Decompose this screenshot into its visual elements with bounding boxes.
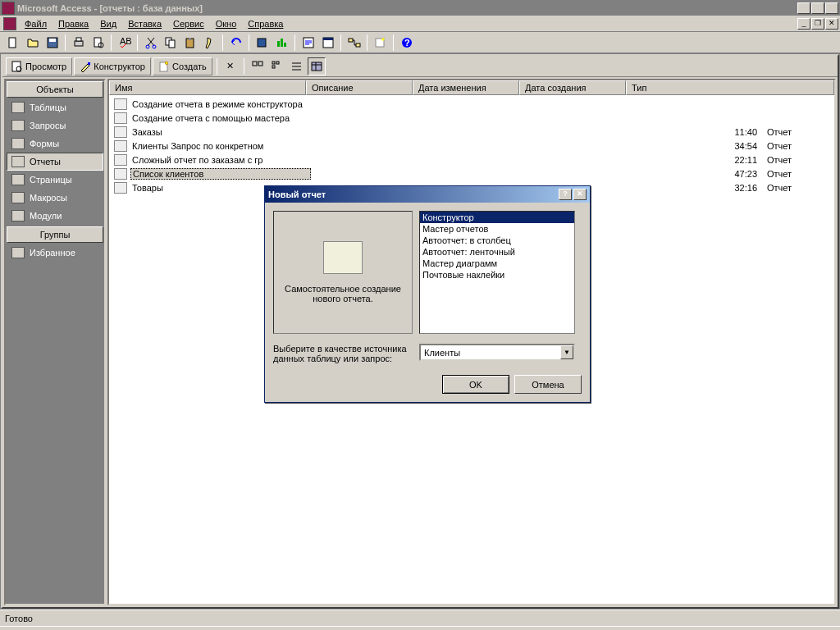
dialog-close-button[interactable]: ✕ (573, 189, 587, 200)
format-painter-button[interactable] (200, 34, 219, 52)
sidebar-tables[interactable]: Таблицы (7, 98, 103, 116)
source-prompt: Выберите в качестве источника данных таб… (273, 344, 413, 363)
menu-tools[interactable]: Сервис (168, 17, 209, 30)
form-icon (11, 138, 25, 149)
cut-button[interactable] (141, 34, 160, 52)
properties-button[interactable] (318, 34, 337, 52)
analyze-button[interactable] (272, 34, 291, 52)
list-row[interactable]: Создание отчета с помощью мастера (111, 111, 833, 125)
details-view-button[interactable] (308, 57, 326, 75)
row-time: 22:11 (698, 155, 764, 165)
mdi-minimize-button[interactable]: _ (797, 18, 810, 30)
spelling-button[interactable]: ABC (115, 34, 134, 52)
help-button[interactable]: ? (397, 34, 416, 52)
col-created[interactable]: Дата создания (519, 80, 626, 95)
col-name[interactable]: Имя (109, 80, 306, 95)
close-button[interactable]: ✕ (825, 2, 838, 14)
row-type: Отчет (767, 155, 833, 165)
mdi-icon[interactable] (3, 17, 16, 30)
new-db-button[interactable] (3, 34, 22, 52)
col-modified[interactable]: Дата изменения (413, 80, 519, 95)
status-text: Готово (5, 614, 33, 623)
groups-header[interactable]: Группы (7, 226, 103, 243)
report-type-option[interactable]: Мастер диаграмм (420, 258, 574, 269)
menu-view[interactable]: Вид (95, 17, 121, 30)
menu-file[interactable]: Файл (20, 17, 52, 30)
report-item-icon (114, 168, 127, 180)
list-view-button[interactable] (288, 57, 306, 75)
dialog-titlebar[interactable]: Новый отчет ? ✕ (265, 186, 590, 203)
col-desc[interactable]: Описание (306, 80, 413, 95)
sidebar-favorites[interactable]: Избранное (7, 244, 103, 262)
restore-button[interactable]: ❐ (811, 2, 824, 14)
undo-button[interactable] (226, 34, 245, 52)
sidebar-pages[interactable]: Страницы (7, 171, 103, 189)
col-type[interactable]: Тип (626, 80, 834, 95)
sidebar-reports[interactable]: Отчеты (7, 153, 103, 171)
svg-rect-5 (94, 38, 101, 47)
report-type-option[interactable]: Мастер отчетов (420, 223, 574, 235)
preview-text: Самостоятельное создание нового отчета. (281, 284, 405, 304)
report-type-option[interactable]: Автоотчет: в столбец (420, 235, 574, 246)
sidebar-macros[interactable]: Макросы (7, 189, 103, 207)
print-button[interactable] (69, 34, 88, 52)
list-row[interactable]: Список клиентов47:23Отчет (111, 167, 833, 180)
mdi-close-button[interactable]: ✕ (825, 18, 838, 30)
menu-edit[interactable]: Правка (53, 17, 94, 30)
code-button[interactable] (299, 34, 317, 52)
db-new-button[interactable]: Создать (153, 57, 212, 75)
report-type-list[interactable]: КонструкторМастер отчетовАвтоотчет: в ст… (419, 211, 575, 334)
officelinks-button[interactable] (253, 34, 272, 52)
combo-dropdown-button[interactable]: ▼ (560, 345, 573, 359)
list-row[interactable]: Заказы11:40Отчет (111, 125, 833, 139)
row-time: 11:40 (698, 127, 764, 137)
db-design-button[interactable]: Конструктор (74, 57, 151, 75)
svg-rect-4 (76, 38, 81, 41)
source-combo[interactable]: Клиенты ▼ (419, 344, 575, 361)
sidebar-forms[interactable]: Формы (7, 135, 103, 153)
macro-icon (11, 192, 25, 203)
svg-rect-0 (9, 38, 16, 48)
report-item-icon (114, 182, 127, 194)
report-type-option[interactable]: Автоотчет: ленточный (420, 246, 574, 258)
app-icon (2, 2, 15, 15)
mdi-restore-button[interactable]: ❐ (811, 18, 824, 30)
open-button[interactable] (23, 34, 42, 52)
dialog-preview: Самостоятельное создание нового отчета. (273, 211, 413, 334)
menu-help[interactable]: Справка (243, 17, 288, 30)
row-name: Создание отчета в режиме конструктора (130, 99, 311, 109)
new-report-dialog: Новый отчет ? ✕ Самостоятельное создание… (264, 185, 591, 403)
paste-button[interactable] (180, 34, 199, 52)
list-row[interactable]: Сложный отчет по заказам с гр22:11Отчет (111, 153, 833, 167)
sidebar-queries[interactable]: Запросы (7, 116, 103, 135)
menu-window[interactable]: Окно (211, 17, 242, 30)
row-name: Сложный отчет по заказам с гр (130, 155, 311, 165)
svg-rect-14 (258, 39, 266, 47)
dialog-title-text: Новый отчет (268, 189, 559, 199)
save-button[interactable] (43, 34, 62, 52)
large-icons-button[interactable] (249, 57, 267, 75)
delete-button[interactable]: ✕ (221, 57, 240, 75)
cancel-button[interactable]: Отмена (514, 375, 582, 394)
list-row[interactable]: Создание отчета в режиме конструктора (111, 97, 833, 111)
report-type-option[interactable]: Конструктор (420, 212, 574, 223)
report-type-option[interactable]: Почтовые наклейки (420, 269, 574, 281)
small-icons-button[interactable] (268, 57, 286, 75)
minimize-button[interactable]: _ (797, 2, 810, 14)
list-row[interactable]: Клиенты Запрос по конкретном34:54Отчет (111, 139, 833, 153)
row-type: Отчет (767, 183, 833, 193)
copy-button[interactable] (161, 34, 180, 52)
relationships-button[interactable] (345, 34, 363, 52)
objects-header[interactable]: Объекты (7, 81, 103, 98)
sidebar-modules[interactable]: Модули (7, 207, 103, 225)
report-item-icon (114, 140, 127, 152)
db-open-button[interactable]: Просмотр (6, 57, 72, 75)
preview-button[interactable] (89, 34, 107, 52)
svg-rect-20 (323, 38, 333, 40)
ok-button[interactable]: OK (442, 375, 509, 394)
module-icon (11, 210, 25, 221)
dialog-help-button[interactable]: ? (559, 189, 572, 200)
new-object-button[interactable] (371, 34, 390, 52)
report-item-icon (114, 154, 127, 166)
menu-insert[interactable]: Вставка (123, 17, 167, 30)
